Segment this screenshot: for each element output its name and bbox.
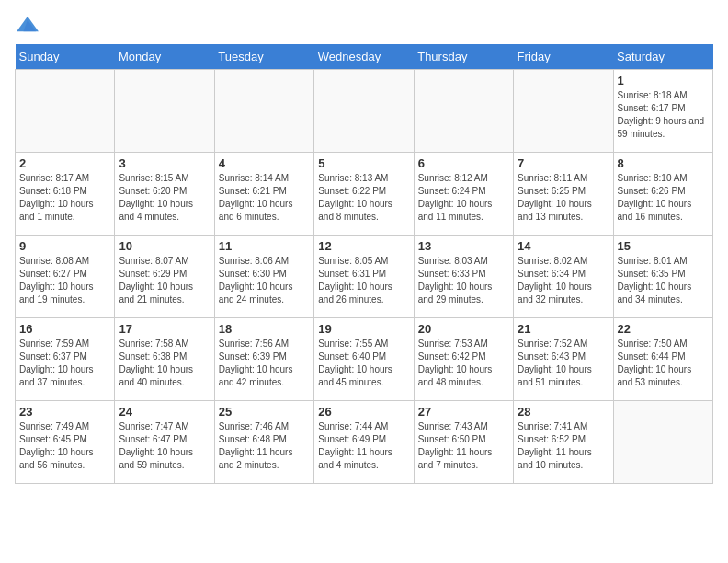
day-info: Sunrise: 8:14 AM Sunset: 6:21 PM Dayligh… [219,172,310,224]
day-number: 28 [518,405,609,419]
calendar-cell [16,70,115,153]
day-number: 3 [119,156,210,170]
day-info: Sunrise: 8:06 AM Sunset: 6:30 PM Dayligh… [219,255,310,306]
calendar-cell: 4Sunrise: 8:14 AM Sunset: 6:21 PM Daylig… [214,153,313,236]
day-header-sunday: Sunday [16,44,115,70]
day-number: 16 [19,322,110,336]
calendar-cell [613,401,712,484]
day-info: Sunrise: 7:58 AM Sunset: 6:38 PM Dayligh… [119,338,210,389]
day-number: 8 [618,156,709,170]
day-info: Sunrise: 8:10 AM Sunset: 6:26 PM Dayligh… [618,172,709,224]
calendar-week-row: 23Sunrise: 7:49 AM Sunset: 6:45 PM Dayli… [16,401,713,484]
calendar-cell: 21Sunrise: 7:52 AM Sunset: 6:43 PM Dayli… [514,318,613,401]
calendar-cell: 18Sunrise: 7:56 AM Sunset: 6:39 PM Dayli… [214,318,313,401]
day-number: 9 [19,239,110,253]
calendar-cell: 28Sunrise: 7:41 AM Sunset: 6:52 PM Dayli… [514,401,613,484]
calendar-cell: 17Sunrise: 7:58 AM Sunset: 6:38 PM Dayli… [115,318,214,401]
calendar-cell: 1Sunrise: 8:18 AM Sunset: 6:17 PM Daylig… [613,70,712,153]
day-number: 14 [518,239,609,253]
calendar-cell: 8Sunrise: 8:10 AM Sunset: 6:26 PM Daylig… [613,153,712,236]
day-number: 11 [219,239,310,253]
calendar-cell: 24Sunrise: 7:47 AM Sunset: 6:47 PM Dayli… [115,401,214,484]
calendar-cell: 7Sunrise: 8:11 AM Sunset: 6:25 PM Daylig… [514,153,613,236]
day-info: Sunrise: 7:59 AM Sunset: 6:37 PM Dayligh… [19,338,110,389]
day-number: 17 [119,322,210,336]
calendar-cell: 27Sunrise: 7:43 AM Sunset: 6:50 PM Dayli… [414,401,513,484]
day-info: Sunrise: 8:15 AM Sunset: 6:20 PM Dayligh… [119,172,210,224]
day-info: Sunrise: 7:49 AM Sunset: 6:45 PM Dayligh… [19,420,110,472]
day-header-saturday: Saturday [613,44,712,70]
day-header-friday: Friday [514,44,613,70]
calendar-cell: 26Sunrise: 7:44 AM Sunset: 6:49 PM Dayli… [314,401,414,484]
day-info: Sunrise: 8:18 AM Sunset: 6:17 PM Dayligh… [618,89,709,141]
calendar-cell: 20Sunrise: 7:53 AM Sunset: 6:42 PM Dayli… [414,318,513,401]
day-info: Sunrise: 7:55 AM Sunset: 6:40 PM Dayligh… [318,338,409,389]
day-info: Sunrise: 8:12 AM Sunset: 6:24 PM Dayligh… [418,172,509,224]
calendar-cell: 15Sunrise: 8:01 AM Sunset: 6:35 PM Dayli… [613,236,712,318]
day-info: Sunrise: 8:02 AM Sunset: 6:34 PM Dayligh… [518,255,609,306]
day-number: 1 [618,74,709,87]
day-number: 24 [119,405,210,419]
day-info: Sunrise: 8:13 AM Sunset: 6:22 PM Dayligh… [318,172,409,224]
day-number: 18 [219,322,310,336]
day-number: 10 [119,239,210,253]
logo-icon [15,15,40,35]
day-number: 27 [418,405,509,419]
day-info: Sunrise: 8:07 AM Sunset: 6:29 PM Dayligh… [119,255,210,306]
calendar-cell: 22Sunrise: 7:50 AM Sunset: 6:44 PM Dayli… [613,318,712,401]
day-number: 12 [318,239,409,253]
day-number: 2 [19,156,110,170]
calendar-cell: 5Sunrise: 8:13 AM Sunset: 6:22 PM Daylig… [314,153,414,236]
day-info: Sunrise: 7:44 AM Sunset: 6:49 PM Dayligh… [318,420,409,472]
day-info: Sunrise: 8:03 AM Sunset: 6:33 PM Dayligh… [418,255,509,306]
day-info: Sunrise: 7:50 AM Sunset: 6:44 PM Dayligh… [618,338,709,389]
day-header-monday: Monday [115,44,214,70]
day-info: Sunrise: 7:47 AM Sunset: 6:47 PM Dayligh… [119,420,210,472]
day-number: 22 [618,322,709,336]
calendar-table: SundayMondayTuesdayWednesdayThursdayFrid… [15,44,713,484]
day-number: 20 [418,322,509,336]
calendar-week-row: 2Sunrise: 8:17 AM Sunset: 6:18 PM Daylig… [16,153,713,236]
day-info: Sunrise: 7:56 AM Sunset: 6:39 PM Dayligh… [219,338,310,389]
logo [15,15,44,35]
calendar-cell [314,70,414,153]
day-number: 13 [418,239,509,253]
day-info: Sunrise: 7:46 AM Sunset: 6:48 PM Dayligh… [219,420,310,472]
day-number: 21 [518,322,609,336]
calendar-cell [514,70,613,153]
day-number: 6 [418,156,509,170]
day-info: Sunrise: 7:52 AM Sunset: 6:43 PM Dayligh… [518,338,609,389]
day-info: Sunrise: 8:08 AM Sunset: 6:27 PM Dayligh… [19,255,110,306]
page-header [15,15,713,35]
calendar-cell: 14Sunrise: 8:02 AM Sunset: 6:34 PM Dayli… [514,236,613,318]
calendar-week-row: 9Sunrise: 8:08 AM Sunset: 6:27 PM Daylig… [16,236,713,318]
calendar-header-row: SundayMondayTuesdayWednesdayThursdayFrid… [16,44,713,70]
calendar-cell: 2Sunrise: 8:17 AM Sunset: 6:18 PM Daylig… [16,153,115,236]
day-number: 15 [618,239,709,253]
calendar-cell: 25Sunrise: 7:46 AM Sunset: 6:48 PM Dayli… [214,401,313,484]
day-header-wednesday: Wednesday [314,44,414,70]
calendar-cell: 16Sunrise: 7:59 AM Sunset: 6:37 PM Dayli… [16,318,115,401]
day-number: 23 [19,405,110,419]
calendar-cell: 11Sunrise: 8:06 AM Sunset: 6:30 PM Dayli… [214,236,313,318]
calendar-cell: 3Sunrise: 8:15 AM Sunset: 6:20 PM Daylig… [115,153,214,236]
calendar-cell: 6Sunrise: 8:12 AM Sunset: 6:24 PM Daylig… [414,153,513,236]
day-info: Sunrise: 8:01 AM Sunset: 6:35 PM Dayligh… [618,255,709,306]
day-number: 5 [318,156,409,170]
calendar-cell: 12Sunrise: 8:05 AM Sunset: 6:31 PM Dayli… [314,236,414,318]
day-header-tuesday: Tuesday [214,44,313,70]
day-info: Sunrise: 8:17 AM Sunset: 6:18 PM Dayligh… [19,172,110,224]
day-info: Sunrise: 7:43 AM Sunset: 6:50 PM Dayligh… [418,420,509,472]
day-number: 25 [219,405,310,419]
calendar-week-row: 1Sunrise: 8:18 AM Sunset: 6:17 PM Daylig… [16,70,713,153]
day-header-thursday: Thursday [414,44,513,70]
day-info: Sunrise: 8:11 AM Sunset: 6:25 PM Dayligh… [518,172,609,224]
day-number: 7 [518,156,609,170]
day-info: Sunrise: 8:05 AM Sunset: 6:31 PM Dayligh… [318,255,409,306]
day-number: 4 [219,156,310,170]
calendar-cell: 23Sunrise: 7:49 AM Sunset: 6:45 PM Dayli… [16,401,115,484]
day-number: 19 [318,322,409,336]
calendar-cell [115,70,214,153]
calendar-week-row: 16Sunrise: 7:59 AM Sunset: 6:37 PM Dayli… [16,318,713,401]
calendar-cell: 9Sunrise: 8:08 AM Sunset: 6:27 PM Daylig… [16,236,115,318]
